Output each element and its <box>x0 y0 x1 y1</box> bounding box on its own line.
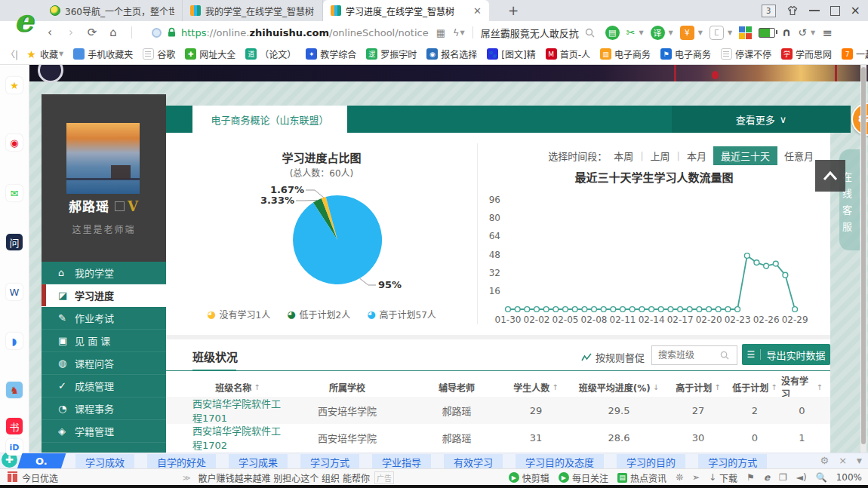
chevron-down-icon[interactable]: ▼ <box>460 29 465 36</box>
favorites-star-icon[interactable]: ★ <box>6 77 23 94</box>
sort-arrow-icon[interactable]: ↑ <box>254 383 260 391</box>
sort-arrow-icon[interactable]: ↑ <box>552 383 558 391</box>
bookmark-item[interactable]: 道（论文） <box>245 48 296 60</box>
suggestion-chip[interactable]: 学习成效 <box>75 454 134 470</box>
bookmark-item[interactable]: 学学而思网 <box>781 48 832 60</box>
suggestion-chip[interactable]: 有效学习 <box>444 454 503 470</box>
chevron-down-icon[interactable]: ▼ <box>857 457 862 465</box>
avatar[interactable] <box>66 123 140 194</box>
table-row[interactable]: 西安培华学院软件工程1702西安培华学院郝路瑶3128.63001 <box>166 424 830 451</box>
double-chevron-icon[interactable]: ≫ <box>183 474 190 482</box>
reading-mode-icon[interactable]: ▤ <box>605 26 620 40</box>
refresh-button[interactable]: ⟳ <box>82 26 103 39</box>
class-name-link[interactable]: 西安培华学院软件工程1702 <box>192 423 283 452</box>
search-icon[interactable] <box>585 28 595 38</box>
column-header[interactable]: 高于计划↑ <box>668 377 728 397</box>
qr-code-icon[interactable]: ▦ <box>436 27 445 38</box>
forward-button[interactable]: › <box>60 26 82 39</box>
sidebar-item-menu[interactable]: ◍课程问答 <box>42 352 166 375</box>
close-icon[interactable]: × <box>839 455 847 466</box>
ie-mode-icon[interactable]: e <box>764 472 770 483</box>
table-row[interactable]: 西安培华学院软件工程1701西安培华学院郝路瑶2929.52720 <box>166 397 830 424</box>
game-center-icon[interactable]: ⵎ▼ <box>709 26 732 40</box>
bookmark-item[interactable]: ✚网址大全 <box>185 48 235 60</box>
rocket-icon[interactable]: ➣ <box>692 472 700 483</box>
menu-hamburger-icon[interactable]: ≡ <box>822 26 832 40</box>
lightning-icon[interactable]: ϟ <box>453 27 460 38</box>
xiaohongshu-icon[interactable]: 书 <box>6 418 23 434</box>
period-option[interactable]: 本周 <box>614 149 633 163</box>
suggestion-chip[interactable]: 学习的方式 <box>698 454 767 470</box>
column-header[interactable]: 辅导老师 <box>411 377 502 397</box>
bookmark-item[interactable]: ⚑电子商务 <box>660 48 711 60</box>
bookmark-item[interactable]: 7一起教育 <box>842 48 868 60</box>
headphones-icon[interactable]: ∩ <box>782 26 791 39</box>
bookmark-item[interactable]: ✦教学综合 <box>306 48 356 60</box>
browser-search-box[interactable]: 屌丝霸服竟无人敢反抗 <box>481 26 595 40</box>
suggestion-chip[interactable]: 学习成果 <box>229 454 288 470</box>
browser-tab[interactable]: 360导航_一个主页，整个世界 <box>42 0 183 21</box>
export-realtime-data-button[interactable]: ☰ 导出实时数据 <box>742 344 830 365</box>
translate-icon[interactable]: 译▼ <box>651 26 673 40</box>
browser-tab[interactable]: 学习进度_在线学堂_智慧树✕ <box>323 0 489 21</box>
chevron-down-icon[interactable]: ▼ <box>59 51 63 57</box>
sidebar-item-menu[interactable]: ✓成绩管理 <box>42 375 166 397</box>
bookmark-item[interactable]: 🐾[图文]精 <box>487 48 535 60</box>
screenshot-scissors-icon[interactable]: ✂▼ <box>626 26 644 38</box>
minimize-button[interactable] <box>809 10 820 11</box>
collapse-sidebar-icon[interactable]: 〈| <box>6 48 18 60</box>
suggestion-chip[interactable]: 学业指导 <box>372 454 431 470</box>
column-header[interactable]: 低于计划↑ <box>728 377 781 397</box>
zoom-search-icon[interactable]: 🔍 <box>816 472 827 483</box>
tab-count-badge[interactable]: 3 <box>762 5 776 17</box>
bookmark-item[interactable]: 停课不停 <box>721 48 771 60</box>
class-name-link[interactable]: 西安培华学院软件工程1701 <box>192 396 283 425</box>
period-option[interactable]: 最近三十天 <box>713 146 777 165</box>
home-button[interactable]: ⌂ <box>103 26 124 39</box>
quick-clip-item[interactable]: ▶快剪辑 <box>509 471 549 484</box>
browser-tab[interactable]: 我的学堂_在线学堂_智慧树 <box>183 0 323 21</box>
suggestion-chip[interactable]: 学习目的及态度 <box>516 454 604 470</box>
fan-icon[interactable]: ❊ <box>676 472 683 483</box>
back-to-top-button[interactable] <box>815 160 845 192</box>
view-more-button[interactable]: 查看更多∨ <box>672 106 851 133</box>
course-tab[interactable]: 电子商务概论（山东联盟） <box>192 106 347 133</box>
sidebar-item-active[interactable]: ◪学习进度 <box>42 284 166 307</box>
news-app-icon[interactable]: 问 <box>6 234 23 250</box>
quick-search-logo[interactable]: O. <box>17 453 66 469</box>
download-item[interactable]: ↓下载 <box>709 471 737 484</box>
bookmark-item[interactable]: 逻罗振宇时 <box>366 48 417 60</box>
period-option[interactable]: 上周 <box>651 149 670 163</box>
restore-button[interactable] <box>830 6 840 16</box>
bookmark-item[interactable]: ★收藏▼ <box>26 48 63 60</box>
sidebar-item-menu[interactable]: ⌂我的学堂 <box>42 262 166 284</box>
speaker-icon[interactable]: ◄) <box>796 472 807 483</box>
daily-follow-item[interactable]: ▶每日关注 <box>559 471 608 484</box>
mail-icon[interactable]: ✉ <box>6 185 23 201</box>
browser-logo-icon[interactable]: e <box>6 2 41 38</box>
period-option[interactable]: 任意月 <box>784 149 814 163</box>
new-tab-button[interactable]: + <box>504 2 522 20</box>
id-app-icon[interactable]: iD <box>6 439 23 456</box>
supervise-by-rule-button[interactable]: 按规则督促 <box>581 350 645 364</box>
column-header[interactable]: 班级平均进度(%)↓ <box>570 377 668 397</box>
chat-app-icon[interactable]: ◗ <box>6 333 23 349</box>
sort-arrow-icon[interactable]: ↑ <box>817 383 823 391</box>
sort-arrow-icon[interactable]: ↑ <box>714 383 720 391</box>
suggestion-chip[interactable]: 自学的好处 <box>147 454 216 470</box>
bookmark-item[interactable]: 手机收藏夹 <box>73 48 133 60</box>
page-scrollbar[interactable] <box>860 65 866 453</box>
period-option[interactable]: 本月 <box>687 149 706 163</box>
game-app-icon[interactable]: ♞ <box>6 382 23 398</box>
column-header[interactable]: 所属学校 <box>283 377 411 397</box>
battery-saver-icon[interactable] <box>759 28 775 38</box>
word-doc-icon[interactable]: W <box>6 284 23 300</box>
hot-news-item[interactable]: ▤热点资讯 <box>617 471 666 484</box>
shield-wallet-icon[interactable]: ¥▼ <box>680 26 703 40</box>
ad-text[interactable]: 散户赚钱越来越难 别担心这个 组织 能帮你 <box>198 471 369 484</box>
class-search-input[interactable] <box>657 349 717 361</box>
sort-arrow-icon[interactable]: ↑ <box>771 383 777 391</box>
column-header[interactable]: 班级名称↑ <box>192 377 283 397</box>
weibo-icon[interactable]: ◉ <box>6 134 23 151</box>
suggestion-chip[interactable]: 学习方式 <box>300 454 359 470</box>
